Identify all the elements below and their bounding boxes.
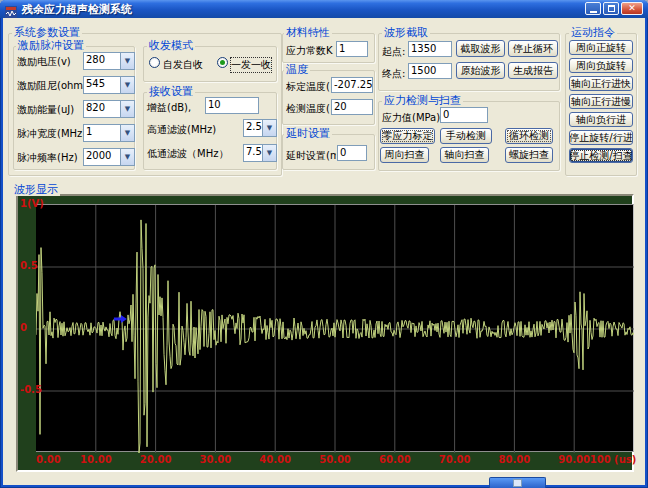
chevron-down-icon[interactable]: ▼ [120, 101, 134, 117]
y-tick-label: 1(V) [20, 198, 44, 209]
manual-detect-button[interactable]: 手动检测 [440, 128, 492, 144]
close-icon: ✕ [628, 4, 636, 13]
excitation-energy-select[interactable]: 820 ▼ [83, 100, 135, 118]
stop-rotate-travel-button[interactable]: 停止旋转/行进 [569, 130, 633, 145]
taskbar-app-icon [513, 479, 522, 487]
y-tick-label: 0 [20, 322, 27, 333]
minimize-button[interactable] [585, 2, 601, 15]
axial-backward-button[interactable]: 轴向负行进 [569, 112, 633, 127]
stop-detect-scan-button[interactable]: 停止检测/扫查 [569, 148, 633, 163]
lowpass-select[interactable]: 7.5 ▼ [243, 144, 277, 162]
chevron-down-icon[interactable]: ▼ [262, 145, 276, 161]
loop-detect-button[interactable]: 循环检测 [505, 128, 553, 144]
radio-self-send-receive[interactable] [149, 57, 160, 68]
circ-negative-rotate-button[interactable]: 周向负旋转 [569, 58, 633, 73]
capture-end-input[interactable]: 1500 [408, 63, 452, 79]
stress-constant-label: 应力常数K [286, 44, 333, 58]
screen: 残余应力超声检测系统 ✕ 系统参数设置 激励脉冲设置 激励电压(v) 280 ▼… [0, 0, 648, 488]
chevron-down-icon[interactable]: ▼ [120, 53, 134, 69]
pulse-width-select[interactable]: 1 ▼ [83, 124, 135, 142]
capture-start-input[interactable]: 1350 [408, 41, 452, 57]
group-title-delay: 延时设置 [284, 128, 332, 140]
spiral-scan-button[interactable]: 螺旋扫查 [505, 147, 553, 163]
highpass-select[interactable]: 2.5 ▼ [243, 119, 277, 137]
delay-input[interactable]: 0 [337, 145, 367, 161]
pulse-freq-select[interactable]: 2000 ▼ [83, 148, 135, 166]
taskbar-window-fragment[interactable] [489, 477, 546, 488]
delay-label: 延时设置(min): [286, 149, 336, 163]
stop-loop-button[interactable]: 停止循环 [508, 40, 558, 57]
app-window: 残余应力超声检测系统 ✕ 系统参数设置 激励脉冲设置 激励电压(v) 280 ▼… [0, 0, 648, 488]
calib-temp-input[interactable]: -207.25 [331, 77, 373, 93]
gain-input[interactable]: 10 [205, 97, 259, 114]
x-tick-label: 10.00 [80, 454, 112, 465]
titlebar[interactable]: 残余应力超声检测系统 ✕ [0, 0, 648, 18]
excitation-voltage-value: 280 [84, 53, 120, 69]
chevron-down-icon[interactable]: ▼ [120, 125, 134, 141]
group-title-excitation: 激励脉冲设置 [16, 40, 86, 52]
group-title-temperature: 温度 [284, 64, 310, 76]
highpass-label: 高通滤波(MHz) [147, 123, 216, 137]
radio-one-send-one-receive-label[interactable]: 一发一收 [231, 58, 271, 72]
stress-value-label: 应力值(MPa): [382, 111, 444, 125]
zero-stress-calib-button[interactable]: 零应力标定 [380, 128, 435, 144]
x-tick-label: 90.00 [558, 454, 590, 465]
x-tick-label: 80.00 [499, 454, 531, 465]
group-title-system-params: 系统参数设置 [12, 27, 82, 39]
x-tick-label: 70.00 [439, 454, 471, 465]
generate-report-button[interactable]: 生成报告 [508, 62, 558, 79]
axial-forward-fast-button[interactable]: 轴向正行进快 [569, 76, 633, 91]
radio-self-send-receive-label[interactable]: 自发自收 [163, 58, 203, 72]
pulse-freq-value: 2000 [84, 149, 120, 165]
minimize-icon [590, 11, 597, 13]
y-tick-label: 0.5 [20, 260, 38, 271]
calib-temp-label: 标定温度(℃): [286, 80, 330, 94]
maximize-icon [608, 5, 615, 12]
detect-temp-input[interactable]: 20 [331, 99, 373, 115]
circ-positive-rotate-button[interactable]: 周向正旋转 [569, 40, 633, 55]
x-tick-label: 60.00 [379, 454, 411, 465]
lowpass-value: 7.5 [244, 145, 262, 161]
capture-start-label: 起点: [382, 45, 405, 59]
capture-waveform-button[interactable]: 截取波形 [456, 40, 505, 57]
excitation-energy-value: 820 [84, 101, 120, 117]
pulse-width-label: 脉冲宽度(MHz) [17, 127, 86, 141]
original-waveform-button[interactable]: 原始波形 [456, 62, 505, 79]
circumferential-scan-button[interactable]: 周向扫查 [380, 147, 429, 163]
radio-one-send-one-receive[interactable] [217, 57, 228, 68]
x-tick-label: 40.00 [259, 454, 291, 465]
chevron-down-icon[interactable]: ▼ [120, 77, 134, 93]
excitation-voltage-label: 激励电压(v) [17, 55, 71, 69]
x-tick-label: 30.00 [200, 454, 232, 465]
pulse-freq-label: 脉冲频率(Hz) [17, 151, 78, 165]
waveform-plot-area[interactable] [36, 204, 634, 452]
stress-constant-input[interactable]: 1 [336, 41, 368, 57]
group-title-waveform-display: 波形显示 [12, 184, 60, 196]
x-tick-label: 50.00 [319, 454, 351, 465]
x-tick-label: 100 (us) [590, 454, 637, 465]
excitation-damping-select[interactable]: 545 ▼ [83, 76, 135, 94]
waveform-chart: 1(V)0.50-0.5 0.0010.0020.0030.0040.0050.… [16, 194, 634, 472]
chevron-down-icon[interactable]: ▼ [120, 149, 134, 165]
group-title-material: 材料特性 [284, 27, 332, 39]
close-button[interactable]: ✕ [621, 2, 643, 15]
app-icon [5, 3, 17, 15]
excitation-voltage-select[interactable]: 280 ▼ [83, 52, 135, 70]
group-title-motion: 运动指令 [569, 27, 617, 39]
maximize-button[interactable] [603, 2, 619, 15]
axial-scan-button[interactable]: 轴向扫查 [440, 147, 489, 163]
group-title-capture: 波形截取 [382, 27, 430, 39]
group-title-receive: 接收设置 [147, 86, 195, 98]
axial-forward-slow-button[interactable]: 轴向正行进慢 [569, 94, 633, 109]
chevron-down-icon[interactable]: ▼ [262, 120, 276, 136]
window-title: 残余应力超声检测系统 [22, 2, 132, 17]
gain-label: 增益(dB), [147, 101, 191, 115]
stress-value-input[interactable]: 0 [440, 107, 488, 123]
pulse-width-value: 1 [84, 125, 120, 141]
group-title-detection: 应力检测与扫查 [382, 95, 463, 107]
y-tick-label: -0.5 [20, 384, 42, 395]
excitation-energy-label: 激励能量(uJ) [17, 103, 74, 117]
x-tick-label: 0.00 [36, 454, 61, 465]
x-tick-label: 20.00 [140, 454, 172, 465]
lowpass-label: 低通滤波（MHz） [147, 147, 228, 161]
